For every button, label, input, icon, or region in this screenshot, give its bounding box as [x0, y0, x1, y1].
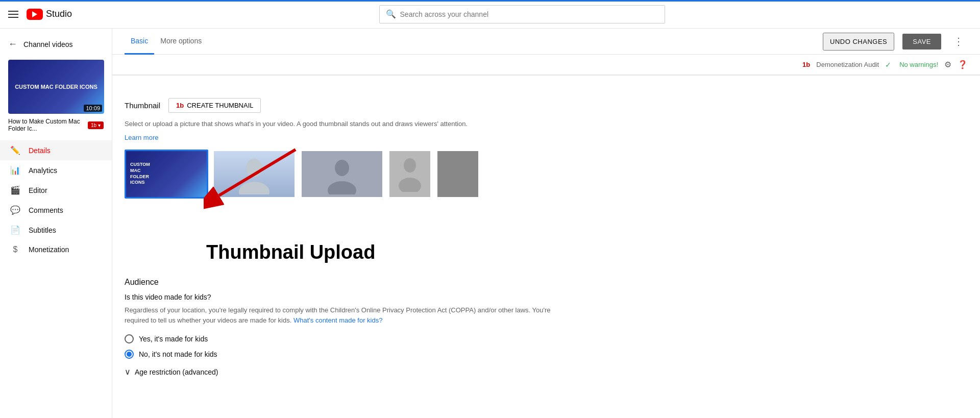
video-info: How to Make Custom Mac Folder Ic... 1b ▾ — [8, 118, 104, 132]
person2-silhouette-icon — [322, 154, 362, 194]
svg-point-0 — [246, 159, 262, 177]
thumb-5-img — [437, 151, 478, 197]
thumbnail-label: Thumbnail — [125, 101, 160, 110]
tab-more-options[interactable]: More options — [154, 29, 208, 55]
more-options-button[interactable]: ⋮ — [949, 33, 968, 50]
thumbnail-upload-annotation: Thumbnail Upload — [206, 241, 375, 263]
nav-label-monetization: Monetization — [29, 245, 69, 254]
svg-point-2 — [335, 160, 349, 176]
help-icon[interactable]: ❓ — [958, 60, 968, 69]
kids-description: Regardless of your location, you're lega… — [125, 305, 559, 327]
content-area: Basic More options UNDO CHANGES SAVE ⋮ 1… — [112, 29, 980, 418]
sidebar-item-monetization[interactable]: $ Monetization — [0, 240, 112, 259]
person3-silhouette-icon — [397, 156, 423, 192]
person-silhouette-icon — [234, 154, 275, 194]
comments-icon: 💬 — [10, 205, 20, 215]
dropdown-arrow-icon: ▾ — [98, 122, 101, 128]
gear-icon[interactable]: ⚙ — [944, 60, 951, 69]
channel-badge-text: 1b — [91, 122, 96, 128]
yes-kids-label: Yes, it's made for kids — [139, 335, 208, 343]
tb-logo: 1b — [176, 102, 184, 109]
thumb-2-img — [214, 151, 295, 197]
edit-content: Thumbnail 1b CREATE THUMBNAIL Select or … — [112, 86, 572, 397]
thumb-3-img — [302, 151, 382, 197]
annotation-container: CUSTOMMACFOLDERICONS — [125, 150, 559, 263]
audit-bar: 1b Demonetization Audit ✓ No warnings! ⚙… — [112, 55, 980, 75]
thumb-1-img: CUSTOMMACFOLDERICONS — [126, 151, 207, 197]
analytics-icon: 📊 — [10, 165, 20, 175]
thumbnail-option-5[interactable] — [436, 150, 480, 199]
thumb-1-text: CUSTOMMACFOLDERICONS — [130, 162, 150, 186]
yes-kids-radio[interactable] — [125, 334, 134, 343]
thumbnail-option-4[interactable] — [388, 150, 432, 199]
thumbnail-option-1[interactable]: CUSTOMMACFOLDERICONS — [125, 150, 208, 199]
undo-button[interactable]: UNDO CHANGES — [823, 33, 894, 51]
tabs-right: UNDO CHANGES SAVE ⋮ — [823, 33, 968, 51]
yt-icon — [27, 9, 43, 20]
svg-point-3 — [328, 181, 356, 194]
video-thumb-text: CUSTOM MAC FOLDER ICONS — [11, 79, 102, 94]
tabs-bar: Basic More options UNDO CHANGES SAVE ⋮ — [112, 29, 980, 55]
learn-more-link[interactable]: Learn more — [125, 134, 158, 141]
thumbnail-option-2[interactable] — [212, 150, 296, 199]
tab-basic[interactable]: Basic — [125, 29, 154, 55]
yes-kids-option[interactable]: Yes, it's made for kids — [125, 334, 559, 343]
back-arrow-icon: ← — [8, 39, 17, 50]
nav-label-comments: Comments — [29, 206, 63, 214]
audience-title: Audience — [125, 278, 559, 287]
thumb-2-person — [214, 151, 295, 197]
subtitles-icon: 📄 — [10, 225, 20, 235]
input-separator — [112, 75, 980, 76]
kids-question: Is this video made for kids? — [125, 293, 559, 301]
studio-label: Studio — [46, 9, 72, 19]
back-label: Channel videos — [23, 40, 73, 48]
annotation-text-container: Thumbnail Upload — [206, 229, 559, 263]
nav-label-analytics: Analytics — [29, 166, 57, 175]
create-thumbnail-button[interactable]: 1b CREATE THUMBNAIL — [168, 98, 261, 113]
search-input[interactable] — [400, 10, 658, 18]
search-bar: 🔍 — [379, 5, 665, 23]
save-button[interactable]: SAVE — [902, 34, 941, 50]
pencil-icon: ✏️ — [10, 145, 20, 155]
thumbnail-description: Select or upload a picture that shows wh… — [125, 119, 559, 129]
create-thumbnail-btn-label: CREATE THUMBNAIL — [187, 102, 253, 109]
sidebar-item-analytics[interactable]: 📊 Analytics — [0, 160, 112, 180]
monetization-icon: $ — [10, 245, 20, 254]
thumbnail-section: Thumbnail 1b CREATE THUMBNAIL Select or … — [125, 98, 559, 263]
audit-label: Demonetization Audit — [816, 61, 879, 68]
video-title-small: How to Make Custom Mac Folder Ic... — [8, 118, 84, 132]
kids-link[interactable]: What's content made for kids? — [293, 316, 382, 324]
audit-logo: 1b — [802, 61, 810, 68]
no-kids-radio[interactable] — [125, 350, 134, 359]
thumbnail-option-3[interactable] — [300, 150, 384, 199]
nav-label-details: Details — [29, 146, 51, 155]
sidebar-item-details[interactable]: ✏️ Details — [0, 140, 112, 160]
thumbnail-section-header: Thumbnail 1b CREATE THUMBNAIL — [125, 98, 559, 113]
chevron-down-icon: ∨ — [125, 367, 131, 377]
age-restriction-label: Age restriction (advanced) — [135, 368, 218, 376]
search-icon: 🔍 — [386, 9, 396, 19]
nav-label-subtitles: Subtitles — [29, 226, 56, 234]
topbar: Studio 🔍 — [0, 0, 980, 29]
sidebar: ← Channel videos CUSTOM MAC FOLDER ICONS… — [0, 29, 112, 418]
audience-section: Audience Is this video made for kids? Re… — [125, 278, 559, 377]
video-card: CUSTOM MAC FOLDER ICONS 10:09 How to Mak… — [0, 56, 112, 140]
svg-point-5 — [399, 178, 421, 192]
sidebar-item-comments[interactable]: 💬 Comments — [0, 200, 112, 220]
video-duration: 10:09 — [84, 105, 102, 112]
age-restriction-section[interactable]: ∨ Age restriction (advanced) — [125, 367, 559, 377]
sidebar-item-subtitles[interactable]: 📄 Subtitles — [0, 220, 112, 240]
hamburger-menu[interactable] — [8, 11, 18, 18]
nav-label-editor: Editor — [29, 186, 47, 194]
main-layout: ← Channel videos CUSTOM MAC FOLDER ICONS… — [0, 29, 980, 418]
svg-point-1 — [239, 182, 270, 194]
video-thumbnail: CUSTOM MAC FOLDER ICONS 10:09 — [8, 60, 104, 114]
back-to-channel-videos[interactable]: ← Channel videos — [0, 33, 112, 56]
no-kids-option[interactable]: No, it's not made for kids — [125, 350, 559, 359]
top-blue-bar — [0, 0, 980, 2]
no-kids-label: No, it's not made for kids — [139, 350, 217, 358]
no-warnings-text: No warnings! — [899, 61, 938, 68]
sidebar-item-editor[interactable]: 🎬 Editor — [0, 180, 112, 200]
svg-point-4 — [404, 158, 416, 173]
thumb-4-img — [389, 151, 430, 197]
